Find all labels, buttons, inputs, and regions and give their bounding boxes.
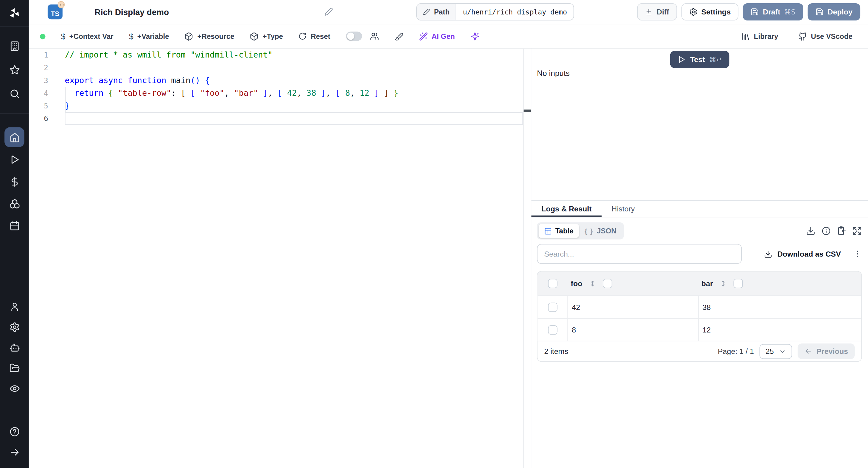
cell-bar: 38 [698,296,861,318]
sort-foo-button[interactable] [589,280,596,287]
path-label: Path [434,8,450,16]
wand-sparkles-icon [419,32,428,41]
test-kbd: ⌘↵ [710,56,722,64]
chevron-down-icon [779,347,786,355]
pencil-icon [324,7,333,16]
column-toggle-foo[interactable] [603,279,612,288]
page-indicator: Page: 1 / 1 [718,347,754,356]
package-icon [250,32,258,41]
sidebar-item-folders[interactable] [0,358,29,378]
sidebar-item-variables[interactable] [0,170,29,193]
copy-result-button[interactable] [837,226,846,235]
deploy-button[interactable]: Deploy [808,3,861,21]
add-type-button[interactable]: +Type [250,32,283,41]
settings-label: Settings [701,8,731,16]
column-header-bar[interactable]: bar [698,279,861,288]
path-value: u/henri/rich_display_demo [456,4,574,20]
search-icon [9,89,20,99]
column-header-foo[interactable]: foo [567,279,698,288]
sidebar-item-runs[interactable] [0,148,29,170]
items-count: 2 items [544,347,568,356]
ai-sparkles-button[interactable] [470,32,479,41]
add-context-var-button[interactable]: $ +Context Var [61,32,113,41]
table-row[interactable]: 8 12 [537,318,861,341]
sidebar-item-workspace[interactable] [0,34,29,58]
expand-icon [852,226,862,235]
sidebar-item-favorites[interactable] [0,58,29,82]
reset-label: Reset [311,32,330,41]
download-csv-button[interactable]: Download as CSV [764,250,841,258]
sidebar-item-workers[interactable] [0,337,29,358]
draft-button[interactable]: Draft ⌘S [743,3,803,21]
star-icon [9,65,20,75]
save-icon [751,8,759,16]
sidebar-item-resources[interactable] [0,193,29,214]
test-label: Test [690,56,705,64]
ai-gen-button[interactable]: AI Gen [419,32,455,41]
sidebar-divider [0,113,29,114]
sort-bar-button[interactable] [720,280,727,287]
tab-logs-result[interactable]: Logs & Result [531,201,601,217]
sidebar-admin-group [0,296,29,399]
library-button[interactable]: Library [741,32,778,41]
table-row[interactable]: 42 38 [537,295,861,318]
sidebar-item-settings[interactable] [0,317,29,337]
test-button[interactable]: Test ⌘↵ [670,51,730,68]
sidebar-item-search[interactable] [0,82,29,106]
collaboration-toggle[interactable] [346,32,362,41]
select-all-checkbox[interactable] [548,279,557,288]
header-buttons: Diff Settings Draft ⌘S Deploy [638,3,861,21]
use-vscode-button[interactable]: Use VScode [798,32,852,41]
sidebar-item-schedules[interactable] [0,215,29,237]
diff-button[interactable]: Diff [638,3,677,21]
reset-button[interactable]: Reset [299,32,330,41]
editor-code[interactable]: // import * as wmill from "windmill-clie… [63,49,523,468]
draft-label: Draft [763,8,780,16]
expand-result-button[interactable] [852,226,862,235]
code-line[interactable]: } [65,100,523,112]
table-icon [544,227,552,235]
draft-kbd: ⌘S [784,8,796,16]
download-result-button[interactable] [806,226,815,235]
vscode-github-icon [798,32,807,41]
windmill-logo[interactable] [0,0,29,27]
diff-icon [645,8,653,16]
edit-title-button[interactable] [324,7,333,19]
table-menu-button[interactable] [853,249,862,258]
view-toggle-table[interactable]: Table [538,224,579,238]
calendar-icon [9,221,20,231]
sidebar-item-home[interactable] [0,126,29,148]
sidebar-expand-toggle[interactable] [0,442,29,463]
row-checkbox[interactable] [548,302,557,312]
code-line[interactable] [65,61,523,74]
sidebar-item-help[interactable] [0,422,29,442]
search-input[interactable] [537,244,742,264]
result-table: foo bar [537,271,862,362]
add-resource-button[interactable]: +Resource [184,32,234,41]
previous-page-button[interactable]: Previous [798,344,855,359]
use-vscode-label: Use VScode [811,32,852,41]
add-variable-button[interactable]: $ +Variable [129,32,169,41]
result-info-button[interactable] [822,226,831,235]
format-button[interactable] [395,32,403,41]
code-line[interactable]: export async function main() { [65,74,523,87]
download-icon [764,250,772,258]
deploy-label: Deploy [828,8,852,16]
sidebar-item-audit[interactable] [0,378,29,399]
users-button[interactable] [370,32,379,41]
column-toggle-bar[interactable] [734,279,743,288]
tab-history[interactable]: History [601,201,645,217]
page-size-select[interactable]: 25 [760,344,792,359]
sidebar-item-user[interactable] [0,296,29,317]
path-field[interactable]: Path u/henri/rich_display_demo [416,3,574,21]
editor-scrollbar[interactable] [523,49,531,468]
settings-button[interactable]: Settings [681,3,739,21]
line-number: 6 [29,112,63,125]
code-line[interactable]: return { "table-row": [ [ "foo", "bar" ]… [65,87,523,99]
row-checkbox[interactable] [548,325,557,334]
view-toggle-json[interactable]: { } JSON [579,224,622,238]
code-line[interactable] [65,112,523,125]
code-line[interactable]: // import * as wmill from "windmill-clie… [65,49,523,61]
cell-foo: 42 [567,296,698,318]
code-editor[interactable]: 123456 // import * as wmill from "windmi… [29,49,531,468]
